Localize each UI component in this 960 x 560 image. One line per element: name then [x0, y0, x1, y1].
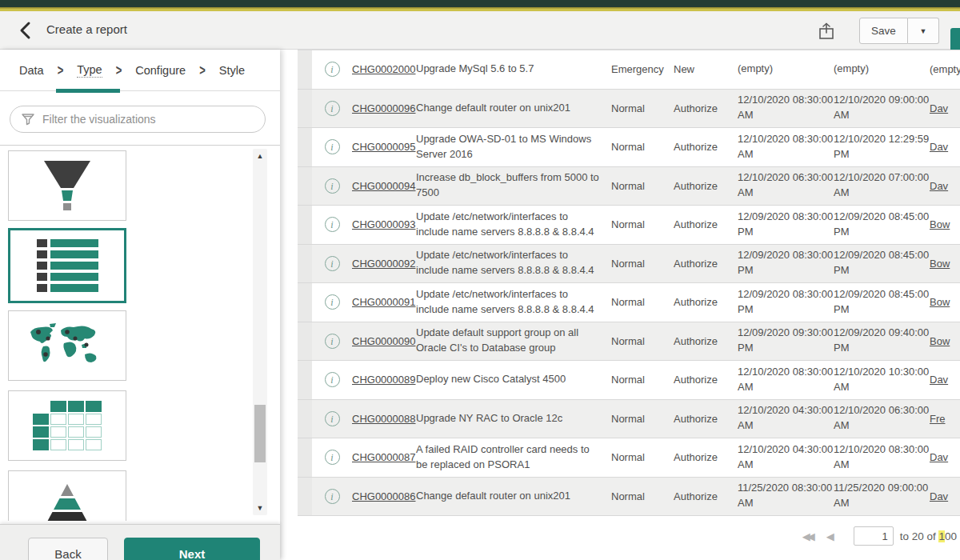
report-designer-sidebar: Data > Type > Configure > Style	[0, 50, 280, 560]
change-number-link[interactable]: CHG0000092	[352, 258, 416, 270]
planned-start-cell: 12/10/2020 04:30:00 AM	[738, 442, 834, 473]
viz-type-map[interactable]	[8, 310, 126, 381]
assignee-link[interactable]: Bow	[930, 296, 960, 308]
info-icon[interactable]: i	[325, 62, 340, 77]
change-number-link[interactable]: CHG0000095	[352, 141, 416, 153]
save-caret-button[interactable]: ▼	[908, 18, 939, 44]
table-row[interactable]: i CHG0000093 Update /etc/network/interfa…	[298, 206, 960, 245]
table-row[interactable]: i CHG0000086 Change default router on un…	[298, 478, 960, 517]
pagination-range-label: to 20 of 100	[900, 530, 957, 542]
table-left-gutter	[298, 50, 312, 89]
info-icon[interactable]: i	[325, 334, 340, 349]
viz-type-pyramid[interactable]	[8, 470, 126, 521]
table-row[interactable]: i CHG0002000 Upgrade MySql 5.6 to 5.7 Em…	[298, 50, 960, 90]
step-type[interactable]: Type	[77, 63, 102, 78]
planned-start-cell: 12/09/2020 08:30:00 PM	[738, 210, 834, 240]
assignee-link[interactable]: Dav	[930, 141, 960, 153]
info-icon[interactable]: i	[325, 178, 340, 194]
assignee-link[interactable]: Dav	[930, 180, 960, 192]
assignee-link[interactable]: Dav	[930, 451, 960, 463]
assignee-link[interactable]: (empty)	[930, 63, 960, 75]
change-number-link[interactable]: CHG0000090	[352, 335, 416, 347]
table-left-gutter	[298, 167, 312, 206]
change-number-link[interactable]: CHG0000088	[352, 413, 416, 425]
table-row[interactable]: i CHG0000091 Update /etc/network/interfa…	[298, 283, 960, 322]
planned-end-cell: 12/10/2020 12:29:59 PM	[834, 132, 930, 162]
table-row[interactable]: i CHG0000092 Update /etc/network/interfa…	[298, 245, 960, 284]
planned-start-cell: (empty)	[738, 62, 834, 77]
step-data[interactable]: Data	[19, 64, 44, 77]
scrollbar-thumb[interactable]	[254, 405, 266, 462]
info-icon[interactable]: i	[325, 256, 340, 271]
info-icon[interactable]: i	[325, 139, 340, 154]
state-cell: New	[674, 63, 738, 75]
scroll-up-icon[interactable]: ▲	[253, 152, 267, 160]
planned-end-cell: (empty)	[834, 62, 930, 77]
info-icon[interactable]: i	[325, 489, 340, 504]
assignee-link[interactable]: Dav	[930, 490, 960, 502]
planned-start-cell: 12/09/2020 08:30:00 PM	[738, 248, 834, 278]
change-number-link[interactable]: CHG0000091	[352, 296, 416, 308]
assignee-link[interactable]: Bow	[930, 335, 960, 347]
planned-start-cell: 12/10/2020 08:30:00 AM	[738, 132, 834, 162]
priority-cell: Normal	[611, 335, 674, 347]
viz-type-list[interactable]	[8, 228, 126, 303]
change-number-link[interactable]: CHG0000096	[352, 102, 416, 114]
back-chevron-icon[interactable]	[16, 20, 37, 41]
page-number-input[interactable]	[854, 526, 894, 546]
info-icon[interactable]: i	[325, 372, 340, 387]
change-number-cell: CHG0000092	[352, 258, 416, 270]
planned-end-cell: 12/10/2020 06:30:00 AM	[834, 403, 930, 434]
back-button[interactable]: Back	[28, 538, 108, 560]
change-number-link[interactable]: CHG0000086	[352, 490, 416, 502]
assignee-link[interactable]: Bow	[930, 218, 960, 230]
planned-start-cell: 12/10/2020 08:30:00 AM	[738, 93, 834, 123]
short-description-cell: Update /etc/network/interfaces to includ…	[416, 287, 611, 318]
planned-end-cell: 12/10/2020 09:00:00 AM	[834, 93, 930, 123]
change-number-cell: CHG0000093	[352, 218, 416, 230]
assignee-link[interactable]: Dav	[930, 374, 960, 386]
table-row[interactable]: i CHG0000095 Upgrade OWA-SD-01 to MS Win…	[298, 128, 960, 167]
table-row[interactable]: i CHG0000094 Increase db_block_buffers f…	[298, 167, 960, 206]
short-description-cell: Upgrade NY RAC to Oracle 12c	[416, 411, 611, 426]
first-page-icon[interactable]: ◀◀	[802, 530, 815, 542]
assignee-link[interactable]: Bow	[930, 258, 960, 270]
change-number-link[interactable]: CHG0000094	[352, 180, 416, 192]
next-button[interactable]: Next	[124, 538, 260, 560]
info-icon[interactable]: i	[325, 411, 340, 426]
planned-end-cell: 11/25/2020 09:00:00 AM	[834, 481, 930, 511]
info-icon[interactable]: i	[325, 294, 340, 310]
breadcrumb-separator: >	[116, 62, 122, 78]
assignee-link[interactable]: Fre	[930, 413, 960, 425]
step-configure[interactable]: Configure	[135, 64, 186, 77]
viz-type-pivot-table[interactable]	[8, 390, 126, 461]
save-button[interactable]: Save	[859, 18, 908, 44]
table-row[interactable]: i CHG0000096 Change default router on un…	[298, 90, 960, 129]
change-number-cell: CHG0002000	[352, 63, 416, 75]
change-number-link[interactable]: CHG0000087	[352, 451, 416, 463]
table-row[interactable]: i CHG0000090 Update default support grou…	[298, 322, 960, 362]
info-cell: i	[312, 62, 352, 77]
pivot-thumbnail	[33, 401, 102, 450]
state-cell: Authorize	[674, 180, 738, 192]
info-icon[interactable]: i	[325, 217, 340, 232]
scroll-down-icon[interactable]: ▼	[253, 504, 267, 512]
change-number-link[interactable]: CHG0002000	[352, 63, 416, 75]
change-number-link[interactable]: CHG0000089	[352, 374, 416, 386]
info-icon[interactable]: i	[325, 450, 340, 465]
step-style[interactable]: Style	[219, 64, 245, 77]
viz-type-funnel[interactable]	[8, 150, 126, 221]
previous-page-icon[interactable]: ◀	[826, 530, 834, 542]
table-row[interactable]: i CHG0000089 Deploy new Cisco Catalyst 4…	[298, 361, 960, 400]
info-icon[interactable]: i	[325, 101, 340, 116]
change-number-cell: CHG0000095	[352, 141, 416, 153]
change-number-cell: CHG0000091	[352, 296, 416, 308]
assignee-link[interactable]: Dav	[930, 102, 960, 114]
change-number-link[interactable]: CHG0000093	[352, 218, 416, 230]
viz-list-scrollbar[interactable]: ▲ ▼	[253, 149, 267, 515]
share-icon[interactable]	[817, 22, 836, 41]
planned-start-cell: 11/25/2020 08:30:00 AM	[738, 481, 834, 511]
table-row[interactable]: i CHG0000088 Upgrade NY RAC to Oracle 12…	[298, 400, 960, 439]
table-row[interactable]: i CHG0000087 A failed RAID controller ca…	[298, 438, 960, 478]
filter-visualizations-input[interactable]	[10, 106, 266, 133]
